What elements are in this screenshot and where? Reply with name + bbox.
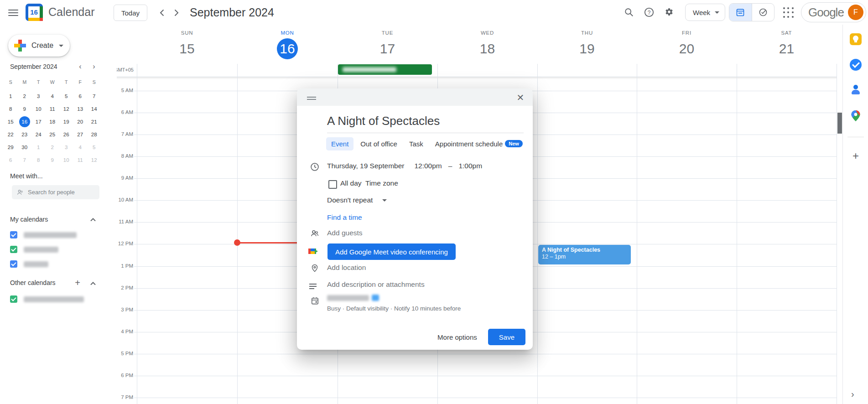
tab-appointment-schedule[interactable]: Appointment scheduleNew	[430, 137, 528, 150]
tab-task[interactable]: Task	[404, 137, 428, 150]
day-name-mon[interactable]: MON	[237, 30, 338, 36]
search-icon[interactable]	[623, 6, 635, 18]
close-icon[interactable]: ✕	[515, 92, 526, 104]
calendar-view-toggle[interactable]	[729, 4, 752, 21]
mini-date[interactable]: 7	[18, 154, 32, 166]
start-time-field[interactable]: 12:00pm	[414, 162, 442, 170]
mini-date[interactable]: 1	[31, 141, 46, 154]
all-day-event[interactable]	[338, 64, 432, 75]
mini-date[interactable]: 30	[18, 141, 32, 154]
day-number[interactable]: 15	[137, 39, 237, 59]
mini-date[interactable]: 3	[59, 141, 73, 154]
all-day-label[interactable]: All day	[340, 179, 362, 187]
time-zone-link[interactable]: Time zone	[365, 179, 398, 187]
mini-date[interactable]: 9	[46, 154, 60, 166]
mini-date[interactable]: 29	[4, 141, 18, 154]
calendar-list-item[interactable]	[0, 242, 117, 257]
calendar-list-item[interactable]	[0, 257, 117, 271]
mini-date[interactable]: 4	[46, 90, 60, 103]
date-field[interactable]: Thursday, 19 September	[327, 162, 404, 170]
mini-date[interactable]: 12	[87, 154, 101, 166]
add-guests-input[interactable]: Add guests	[327, 229, 363, 237]
hide-side-panel-icon[interactable]: ›	[851, 389, 854, 399]
mini-date[interactable]: 10	[31, 103, 46, 115]
mini-date[interactable]: 5	[87, 141, 101, 154]
today-button[interactable]: Today	[114, 5, 147, 21]
mini-calendar-prev-icon[interactable]: ‹	[75, 61, 86, 72]
maps-icon[interactable]	[849, 109, 862, 122]
mini-calendar-next-icon[interactable]: ›	[88, 61, 99, 72]
recurrence-dropdown[interactable]: Doesn't repeat	[327, 196, 387, 204]
event-block[interactable]: A Night of Spectacles 12 – 1pm	[538, 245, 631, 264]
tab-event[interactable]: Event	[326, 137, 353, 150]
mini-date[interactable]: 10	[59, 154, 73, 166]
find-a-time-link[interactable]: Find a time	[327, 213, 362, 222]
calendar-checkbox[interactable]	[10, 246, 17, 253]
save-button[interactable]: Save	[488, 329, 525, 345]
all-day-checkbox[interactable]	[328, 180, 337, 189]
mini-date[interactable]: 12	[59, 103, 73, 115]
mini-date[interactable]: 25	[46, 128, 60, 141]
day-name-fri[interactable]: FRI	[637, 30, 737, 36]
mini-date[interactable]: 5	[59, 90, 73, 103]
calendar-select-dropdown[interactable]	[327, 295, 379, 301]
create-button[interactable]: Create	[8, 35, 70, 57]
main-menu-icon[interactable]	[8, 8, 18, 17]
help-icon[interactable]: ?	[643, 6, 655, 18]
mini-date[interactable]: 3	[31, 90, 46, 103]
add-location-input[interactable]: Add location	[327, 264, 366, 272]
day-number[interactable]: 19	[537, 39, 637, 59]
mini-date[interactable]: 24	[31, 128, 46, 141]
day-number[interactable]: 18	[437, 39, 537, 59]
dialog-drag-bar[interactable]: ✕	[297, 88, 533, 106]
calendar-logo-icon[interactable]: 16	[26, 4, 43, 21]
calendar-checkbox[interactable]	[10, 231, 17, 238]
day-name-sat[interactable]: SAT	[737, 30, 837, 36]
mini-date[interactable]: 6	[4, 154, 18, 166]
mini-date[interactable]: 11	[73, 154, 88, 166]
mini-date[interactable]: 16	[18, 115, 32, 128]
mini-date[interactable]: 7	[87, 90, 101, 103]
search-people-input[interactable]: Search for people	[12, 185, 99, 199]
day-number[interactable]: 21	[737, 39, 837, 59]
mini-date[interactable]: 2	[46, 141, 60, 154]
day-name-tue[interactable]: TUE	[338, 30, 437, 36]
my-calendars-collapse-icon[interactable]	[88, 214, 99, 225]
add-description-input[interactable]: Add description or attachments	[327, 280, 425, 289]
calendar-list-item[interactable]	[0, 228, 117, 242]
previous-week-icon[interactable]	[156, 7, 168, 19]
mini-date[interactable]: 17	[31, 115, 46, 128]
mini-date[interactable]: 13	[73, 103, 88, 115]
mini-date[interactable]: 27	[73, 128, 88, 141]
tasks-view-toggle[interactable]	[752, 4, 774, 21]
view-selector[interactable]: Week	[685, 4, 725, 21]
calendar-checkbox[interactable]	[10, 295, 17, 303]
mini-date[interactable]: 14	[87, 103, 101, 115]
mini-date[interactable]: 19	[59, 115, 73, 128]
calendar-checkbox[interactable]	[10, 260, 17, 268]
day-number[interactable]: 20	[637, 39, 737, 59]
mini-date[interactable]: 26	[59, 128, 73, 141]
mini-date[interactable]: 23	[18, 128, 32, 141]
mini-date[interactable]: 1	[4, 90, 18, 103]
mini-date[interactable]: 22	[4, 128, 18, 141]
tab-out-of-office[interactable]: Out of office	[355, 137, 402, 150]
day-name-thu[interactable]: THU	[537, 30, 637, 36]
day-name-wed[interactable]: WED	[437, 30, 537, 36]
add-other-calendars-icon[interactable]: +	[72, 277, 83, 288]
keep-icon[interactable]	[849, 33, 862, 46]
mini-date[interactable]: 4	[73, 141, 88, 154]
add-google-meet-button[interactable]: Add Google Meet video conferencing	[327, 243, 456, 260]
mini-date[interactable]: 15	[4, 115, 18, 128]
mini-date[interactable]: 8	[31, 154, 46, 166]
calendar-list-item[interactable]	[0, 292, 117, 306]
mini-date[interactable]: 20	[73, 115, 88, 128]
get-addons-icon[interactable]: +	[849, 150, 862, 162]
mini-date[interactable]: 6	[73, 90, 88, 103]
drag-handle-icon[interactable]	[307, 95, 316, 101]
contacts-icon[interactable]	[849, 83, 862, 96]
mini-date[interactable]: 8	[4, 103, 18, 115]
day-name-sun[interactable]: SUN	[137, 30, 237, 36]
mini-date[interactable]: 11	[46, 103, 60, 115]
mini-date[interactable]: 28	[87, 128, 101, 141]
